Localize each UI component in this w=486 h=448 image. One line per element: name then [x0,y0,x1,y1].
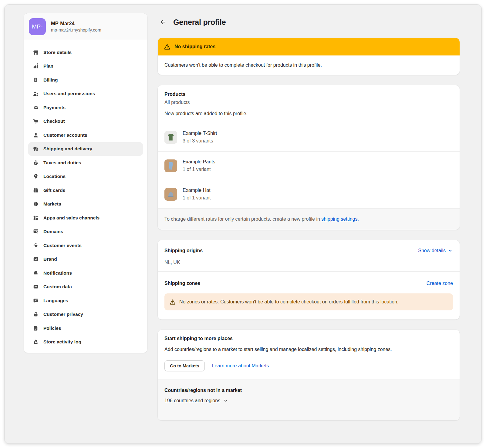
sidebar-item-label: Plan [43,63,53,69]
sidebar-item-label: Store activity log [43,339,81,345]
products-card-footer: To charge different rates for only certa… [158,208,460,230]
sidebar-item-payments[interactable]: Payments [28,101,143,115]
sidebar-item-customer-accounts[interactable]: Customer accounts [28,128,143,142]
users-icon [33,91,39,97]
sidebar-item-plan[interactable]: Plan [28,59,143,73]
page-header: General profile [158,13,460,28]
hat-image [164,188,177,201]
show-details-link[interactable]: Show details [418,248,453,253]
no-zones-warning-text: No zones or rates. Customers won't be ab… [179,298,399,306]
shipping-zones-title: Shipping zones [164,281,200,286]
markets-card-footer: Countries/regions not in a market 196 co… [158,379,460,420]
banner-header: No shipping rates [158,38,460,55]
apps-grid-icon [33,215,39,221]
sidebar-item-label: Customer events [43,243,82,248]
store-name: MP-Mar24 [51,21,101,26]
sidebar-item-billing[interactable]: Billing [28,73,143,87]
countries-disclosure[interactable]: 196 countries and regions [164,398,228,403]
tshirt-image [164,131,177,144]
footer-text-end: . [358,216,359,222]
sidebar-item-taxes-and-duties[interactable]: Taxes and duties [28,156,143,170]
sidebar-item-store-activity-log[interactable]: Store activity log [28,335,143,349]
products-note: New products are added to this profile. [164,111,453,116]
settings-sidebar: MP- MP-Mar24 mp-mar24.myshopify.com Stor… [24,13,147,353]
person-icon [33,132,39,138]
no-zones-warning: No zones or rates. Customers won't be ab… [164,293,453,310]
no-shipping-rates-banner: No shipping rates Customers won't be abl… [158,38,460,75]
go-to-markets-button[interactable]: Go to Markets [164,360,205,371]
bell-icon [33,270,39,276]
shipping-card: Shipping origins Show details NL, UK Shi… [158,240,460,319]
sidebar-item-store-details[interactable]: Store details [28,45,143,59]
sidebar-item-languages[interactable]: Languages [28,294,143,308]
back-button[interactable] [158,17,168,27]
show-details-label: Show details [418,248,446,253]
sidebar-item-label: Brand [43,256,57,262]
product-name: Example Pants [183,159,215,165]
markets-card-main: Start shipping to more places Add countr… [158,330,460,379]
location-pin-icon [33,173,39,179]
sidebar-item-label: Users and permissions [43,91,95,96]
translate-icon [33,298,39,304]
sidebar-item-label: Shipping and delivery [43,146,92,152]
database-icon [33,284,39,290]
lock-icon [33,311,39,317]
products-card-header: Products All products New products are a… [158,85,460,123]
sidebar-item-label: Languages [43,298,68,303]
sidebar-item-domains[interactable]: Domains [28,225,143,239]
products-title: Products [164,92,453,97]
footer-text: To charge different rates for only certa… [164,216,321,222]
learn-more-markets-link[interactable]: Learn more about Markets [212,363,269,369]
activity-clock-icon [33,339,39,345]
shipping-zones-header: Shipping zones Create zone [164,281,453,286]
shipping-settings-link[interactable]: shipping settings [321,216,357,222]
banner-body: Customers won't be able to complete chec… [158,55,460,75]
banner-title: No shipping rates [174,44,215,49]
product-variants: 3 of 3 variants [183,138,217,144]
pants-image [164,159,177,172]
sidebar-item-label: Markets [43,201,61,207]
shipping-origins-value: NL, UK [164,260,453,265]
tax-icon [33,160,39,166]
shipping-zones-section: Shipping zones Create zone No zones or r… [158,271,460,319]
sidebar-item-label: Payments [43,105,66,110]
store-identity: MP-Mar24 mp-mar24.myshopify.com [51,21,101,32]
sidebar-item-notifications[interactable]: Notifications [28,266,143,280]
document-icon [33,325,39,331]
cursor-click-icon [33,242,39,249]
chevron-down-icon [223,398,228,403]
sidebar-item-label: Domains [43,229,63,234]
sidebar-item-label: Gift cards [43,188,65,193]
image-icon [33,256,39,262]
store-domain: mp-mar24.myshopify.com [51,28,101,32]
sidebar-item-apps-and-sales-channels[interactable]: Apps and sales channels [28,211,143,225]
warning-icon [164,43,170,50]
avatar: MP- [29,18,46,35]
countries-not-in-market-title: Countries/regions not in a market [164,388,453,393]
sidebar-item-label: Billing [43,77,58,83]
warning-icon [170,299,176,305]
sidebar-item-customer-privacy[interactable]: Customer privacy [28,308,143,322]
countries-count: 196 countries and regions [164,398,220,403]
back-arrow-icon [160,19,166,25]
sidebar-item-users-and-permissions[interactable]: Users and permissions [28,87,143,101]
sidebar-item-gift-cards[interactable]: Gift cards [28,183,143,197]
markets-card: Start shipping to more places Add countr… [158,330,460,420]
sidebar-item-markets[interactable]: Markets [28,197,143,211]
gift-card-icon [33,187,39,193]
sidebar-item-policies[interactable]: Policies [28,321,143,335]
create-zone-link[interactable]: Create zone [427,281,453,286]
domains-icon [33,229,39,235]
sidebar-item-locations[interactable]: Locations [28,170,143,184]
cart-icon [33,118,39,124]
sidebar-item-checkout[interactable]: Checkout [28,115,143,129]
product-name: Example Hat [183,188,211,193]
sidebar-item-shipping-and-delivery[interactable]: Shipping and delivery [28,142,143,156]
markets-actions: Go to Markets Learn more about Markets [164,360,453,371]
sidebar-item-brand[interactable]: Brand [28,252,143,266]
product-row: Example Hat 1 of 1 variant [158,180,460,208]
sidebar-item-customer-events[interactable]: Customer events [28,239,143,252]
sidebar-item-custom-data[interactable]: Custom data [28,280,143,294]
page-title: General profile [173,18,226,27]
plan-icon [33,63,39,69]
